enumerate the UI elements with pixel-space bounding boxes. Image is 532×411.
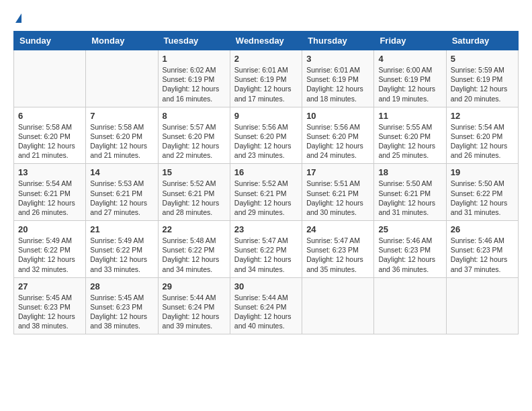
calendar-cell xyxy=(86,50,158,107)
calendar-cell: 19Sunrise: 5:50 AM Sunset: 6:22 PM Dayli… xyxy=(446,164,518,221)
day-number: 25 xyxy=(378,224,441,234)
day-info: Sunrise: 5:54 AM Sunset: 6:20 PM Dayligh… xyxy=(451,122,514,161)
day-number: 7 xyxy=(90,111,153,121)
day-number: 12 xyxy=(451,111,514,121)
day-info: Sunrise: 5:55 AM Sunset: 6:20 PM Dayligh… xyxy=(378,122,441,161)
calendar-cell: 6Sunrise: 5:58 AM Sunset: 6:20 PM Daylig… xyxy=(14,107,86,164)
day-header-thursday: Thursday xyxy=(302,32,374,50)
day-info: Sunrise: 5:47 AM Sunset: 6:22 PM Dayligh… xyxy=(234,236,298,274)
day-info: Sunrise: 5:58 AM Sunset: 6:20 PM Dayligh… xyxy=(90,122,153,161)
calendar-cell: 3Sunrise: 6:01 AM Sunset: 6:19 PM Daylig… xyxy=(302,50,374,107)
day-info: Sunrise: 5:51 AM Sunset: 6:21 PM Dayligh… xyxy=(306,179,369,217)
calendar-cell: 13Sunrise: 5:54 AM Sunset: 6:21 PM Dayli… xyxy=(14,164,86,221)
day-info: Sunrise: 5:58 AM Sunset: 6:20 PM Dayligh… xyxy=(18,122,81,161)
day-number: 20 xyxy=(18,224,81,234)
day-info: Sunrise: 5:44 AM Sunset: 6:24 PM Dayligh… xyxy=(163,293,226,331)
day-header-friday: Friday xyxy=(374,32,446,50)
logo xyxy=(13,13,21,24)
day-info: Sunrise: 5:44 AM Sunset: 6:24 PM Dayligh… xyxy=(234,293,298,331)
day-info: Sunrise: 5:50 AM Sunset: 6:22 PM Dayligh… xyxy=(451,179,514,217)
day-number: 2 xyxy=(234,54,298,64)
calendar-cell: 21Sunrise: 5:49 AM Sunset: 6:22 PM Dayli… xyxy=(86,221,158,278)
day-number: 19 xyxy=(451,167,514,177)
day-info: Sunrise: 6:01 AM Sunset: 6:19 PM Dayligh… xyxy=(306,65,369,103)
day-header-wednesday: Wednesday xyxy=(230,32,302,50)
calendar-week-row: 20Sunrise: 5:49 AM Sunset: 6:22 PM Dayli… xyxy=(14,221,519,278)
calendar-cell: 26Sunrise: 5:46 AM Sunset: 6:23 PM Dayli… xyxy=(446,221,518,278)
day-number: 10 xyxy=(306,111,369,121)
day-header-monday: Monday xyxy=(86,32,158,50)
day-info: Sunrise: 5:59 AM Sunset: 6:19 PM Dayligh… xyxy=(451,65,514,103)
day-number: 21 xyxy=(90,224,153,234)
calendar-cell: 9Sunrise: 5:56 AM Sunset: 6:20 PM Daylig… xyxy=(230,107,302,164)
day-number: 5 xyxy=(451,54,514,64)
day-number: 6 xyxy=(18,111,81,121)
day-info: Sunrise: 5:49 AM Sunset: 6:22 PM Dayligh… xyxy=(90,236,153,274)
calendar-cell: 22Sunrise: 5:48 AM Sunset: 6:22 PM Dayli… xyxy=(158,221,230,278)
day-info: Sunrise: 5:47 AM Sunset: 6:23 PM Dayligh… xyxy=(306,236,369,274)
day-info: Sunrise: 5:50 AM Sunset: 6:21 PM Dayligh… xyxy=(378,179,441,217)
calendar-cell: 5Sunrise: 5:59 AM Sunset: 6:19 PM Daylig… xyxy=(446,50,518,107)
day-info: Sunrise: 5:48 AM Sunset: 6:22 PM Dayligh… xyxy=(163,236,226,274)
header xyxy=(13,13,519,24)
day-info: Sunrise: 5:54 AM Sunset: 6:21 PM Dayligh… xyxy=(18,179,81,217)
day-info: Sunrise: 5:56 AM Sunset: 6:20 PM Dayligh… xyxy=(306,122,369,161)
calendar-week-row: 6Sunrise: 5:58 AM Sunset: 6:20 PM Daylig… xyxy=(14,107,519,164)
calendar-cell: 18Sunrise: 5:50 AM Sunset: 6:21 PM Dayli… xyxy=(374,164,446,221)
day-info: Sunrise: 5:52 AM Sunset: 6:21 PM Dayligh… xyxy=(234,179,298,217)
calendar-cell xyxy=(14,50,86,107)
calendar-cell: 1Sunrise: 6:02 AM Sunset: 6:19 PM Daylig… xyxy=(158,50,230,107)
calendar-header-row: SundayMondayTuesdayWednesdayThursdayFrid… xyxy=(14,32,519,50)
day-info: Sunrise: 5:56 AM Sunset: 6:20 PM Dayligh… xyxy=(234,122,298,161)
logo-triangle-icon xyxy=(15,13,21,23)
calendar-cell: 24Sunrise: 5:47 AM Sunset: 6:23 PM Dayli… xyxy=(302,221,374,278)
calendar-week-row: 1Sunrise: 6:02 AM Sunset: 6:19 PM Daylig… xyxy=(14,50,519,107)
calendar-cell xyxy=(374,277,446,334)
day-info: Sunrise: 6:02 AM Sunset: 6:19 PM Dayligh… xyxy=(163,65,226,103)
calendar-cell: 14Sunrise: 5:53 AM Sunset: 6:21 PM Dayli… xyxy=(86,164,158,221)
day-header-saturday: Saturday xyxy=(446,32,518,50)
calendar-cell: 8Sunrise: 5:57 AM Sunset: 6:20 PM Daylig… xyxy=(158,107,230,164)
day-number: 28 xyxy=(90,281,153,291)
day-info: Sunrise: 5:57 AM Sunset: 6:20 PM Dayligh… xyxy=(163,122,226,161)
day-header-tuesday: Tuesday xyxy=(158,32,230,50)
day-info: Sunrise: 5:52 AM Sunset: 6:21 PM Dayligh… xyxy=(163,179,226,217)
calendar-cell: 2Sunrise: 6:01 AM Sunset: 6:19 PM Daylig… xyxy=(230,50,302,107)
day-number: 11 xyxy=(378,111,441,121)
calendar-cell: 16Sunrise: 5:52 AM Sunset: 6:21 PM Dayli… xyxy=(230,164,302,221)
calendar-cell: 20Sunrise: 5:49 AM Sunset: 6:22 PM Dayli… xyxy=(14,221,86,278)
day-info: Sunrise: 5:46 AM Sunset: 6:23 PM Dayligh… xyxy=(451,236,514,274)
day-number: 9 xyxy=(234,111,298,121)
day-number: 8 xyxy=(163,111,226,121)
calendar-cell: 27Sunrise: 5:45 AM Sunset: 6:23 PM Dayli… xyxy=(14,277,86,334)
day-number: 23 xyxy=(234,224,298,234)
day-info: Sunrise: 5:45 AM Sunset: 6:23 PM Dayligh… xyxy=(18,293,81,331)
calendar-week-row: 27Sunrise: 5:45 AM Sunset: 6:23 PM Dayli… xyxy=(14,277,519,334)
calendar-cell: 10Sunrise: 5:56 AM Sunset: 6:20 PM Dayli… xyxy=(302,107,374,164)
day-number: 14 xyxy=(90,167,153,177)
day-number: 30 xyxy=(234,281,298,291)
day-number: 13 xyxy=(18,167,81,177)
day-info: Sunrise: 6:01 AM Sunset: 6:19 PM Dayligh… xyxy=(234,65,298,103)
calendar-cell: 11Sunrise: 5:55 AM Sunset: 6:20 PM Dayli… xyxy=(374,107,446,164)
calendar-cell xyxy=(446,277,518,334)
day-number: 17 xyxy=(306,167,369,177)
calendar-cell: 25Sunrise: 5:46 AM Sunset: 6:23 PM Dayli… xyxy=(374,221,446,278)
day-number: 4 xyxy=(378,54,441,64)
day-number: 27 xyxy=(18,281,81,291)
calendar-cell: 12Sunrise: 5:54 AM Sunset: 6:20 PM Dayli… xyxy=(446,107,518,164)
calendar-cell: 7Sunrise: 5:58 AM Sunset: 6:20 PM Daylig… xyxy=(86,107,158,164)
day-number: 26 xyxy=(451,224,514,234)
day-number: 15 xyxy=(163,167,226,177)
calendar-cell: 23Sunrise: 5:47 AM Sunset: 6:22 PM Dayli… xyxy=(230,221,302,278)
calendar-cell: 17Sunrise: 5:51 AM Sunset: 6:21 PM Dayli… xyxy=(302,164,374,221)
day-number: 1 xyxy=(163,54,226,64)
calendar-cell: 29Sunrise: 5:44 AM Sunset: 6:24 PM Dayli… xyxy=(158,277,230,334)
day-number: 22 xyxy=(163,224,226,234)
calendar-week-row: 13Sunrise: 5:54 AM Sunset: 6:21 PM Dayli… xyxy=(14,164,519,221)
day-number: 3 xyxy=(306,54,369,64)
day-info: Sunrise: 5:49 AM Sunset: 6:22 PM Dayligh… xyxy=(18,236,81,274)
day-info: Sunrise: 5:46 AM Sunset: 6:23 PM Dayligh… xyxy=(378,236,441,274)
day-info: Sunrise: 5:45 AM Sunset: 6:23 PM Dayligh… xyxy=(90,293,153,331)
day-number: 16 xyxy=(234,167,298,177)
